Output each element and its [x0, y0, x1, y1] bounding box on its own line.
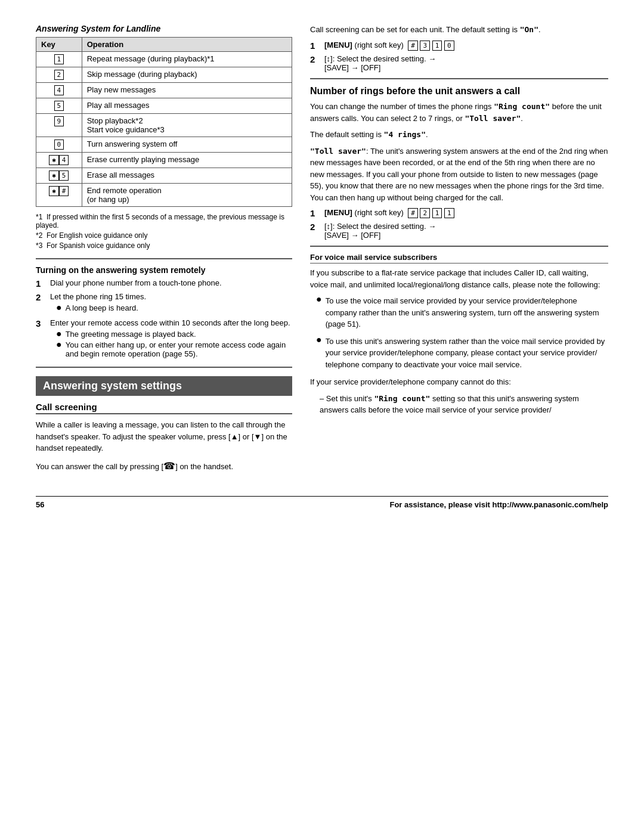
vm-bullet-1: To use the voice mail service provided b…	[326, 295, 608, 330]
cs-step-2-content: [↕]: Select the desired setting. → [SAVE…	[324, 54, 608, 72]
key-star-hash: ✱	[49, 186, 59, 196]
bullet-icon: ●	[56, 329, 62, 339]
key-1a: 1	[432, 41, 442, 51]
step-2-bullets: ● A long beep is heard.	[56, 303, 292, 312]
cs-step-num-2: 2	[310, 54, 320, 72]
rings-steps: 1 [MENU] (right soft key) # 2 1 1 2 [↕]:…	[310, 208, 608, 240]
key-1b: 1	[432, 208, 442, 218]
op-repeat-message: Repeat message (during playback)*1	[82, 52, 292, 67]
voice-mail-para: If you subscribe to a flat-rate service …	[310, 267, 608, 290]
list-item: 1 [MENU] (right soft key) # 2 1 1	[310, 208, 608, 218]
vm-bullet-2: To use this unit's answering system rath…	[326, 336, 608, 371]
step-num-1: 1	[36, 278, 45, 289]
table-row: ✱4 Erase currently playing message	[36, 153, 292, 168]
list-item: 3 Enter your remote access code within 1…	[36, 318, 292, 361]
key-1: 1	[54, 54, 64, 64]
key-0: 0	[444, 41, 454, 51]
page-number: 56	[36, 500, 44, 509]
rings-step-2-content: [↕]: Select the desired setting. → [SAVE…	[324, 222, 608, 240]
rings-para1: You can change the number of times the p…	[310, 101, 608, 124]
list-item: ● You can either hang up, or enter your …	[56, 340, 292, 358]
turning-on-steps: 1 Dial your phone number from a touch-to…	[36, 278, 292, 361]
call-screening-para2: You can answer the call by pressing [☎] …	[36, 459, 292, 473]
list-item: 2 [↕]: Select the desired setting. → [SA…	[310, 54, 608, 72]
table-row: ✱# End remote operation(or hang up)	[36, 184, 292, 207]
bullet-icon: ●	[316, 335, 322, 374]
key-1c: 1	[444, 208, 454, 218]
bullet-text: You can either hang up, or enter your re…	[66, 340, 292, 358]
vm-dash-note: – Set this unit's "Ring count" setting s…	[320, 393, 608, 416]
key-4: 4	[54, 85, 64, 95]
rings-step-1-content: [MENU] (right soft key) # 2 1 1	[324, 208, 608, 218]
turning-on-heading: Turning on the answering system remotely	[36, 265, 292, 275]
key-5: 5	[54, 101, 64, 111]
key-0: 0	[54, 140, 64, 150]
list-item: 1 [MENU] (right soft key) # 3 1 0	[310, 41, 608, 51]
op-stop-playback: Stop playback*2Start voice guidance*3	[82, 114, 292, 137]
op-erase-all: Erase all messages	[82, 168, 292, 184]
table-row: 2 Skip message (during playback)	[36, 67, 292, 83]
bullet-text: A long beep is heard.	[66, 303, 138, 312]
bullet-icon: ●	[56, 303, 62, 312]
list-item: 1 Dial your phone number from a touch-to…	[36, 278, 292, 289]
step-3-text: Enter your remote access code within 10 …	[50, 318, 292, 361]
footnotes: *1 If pressed within the first 5 seconds…	[36, 213, 292, 250]
key-hash: #	[59, 186, 69, 196]
number-of-rings-heading: Number of rings before the unit answers …	[310, 85, 608, 98]
list-item: 2 Let the phone ring 15 times. ● A long …	[36, 292, 292, 315]
op-end-remote: End remote operation(or hang up)	[82, 184, 292, 207]
list-item: ● A long beep is heard.	[56, 303, 292, 312]
table-row: 1 Repeat message (during playback)*1	[36, 52, 292, 67]
left-column: Answering System for Landline Key Operat…	[36, 24, 292, 478]
right-column: Call screening can be set for each unit.…	[310, 24, 608, 478]
table-section-title: Answering System for Landline	[36, 24, 292, 33]
key-star4: ✱	[49, 155, 59, 165]
voice-mail-heading: For voice mail service subscribers	[310, 253, 608, 264]
cs-step-1-content: [MENU] (right soft key) # 3 1 0	[324, 41, 608, 51]
footnote-2: *2 For English voice guidance only	[36, 231, 292, 240]
list-item: ● To use this unit's answering system ra…	[316, 336, 608, 374]
table-row: 0 Turn answering system off	[36, 137, 292, 153]
separator-right-1	[310, 78, 608, 79]
table-row: 9 Stop playback*2Start voice guidance*3	[36, 114, 292, 137]
separator-2	[36, 367, 292, 368]
footnote-3: *3 For Spanish voice guidance only	[36, 241, 292, 250]
call-screening-right-para: Call screening can be set for each unit.…	[310, 24, 608, 36]
footer-text: For assistance, please visit http://www.…	[389, 500, 608, 509]
key-star5: ✱	[49, 170, 59, 181]
call-screening-steps: 1 [MENU] (right soft key) # 3 1 0 2 [↕]:…	[310, 41, 608, 72]
key-operation-table: Key Operation 1 Repeat message (during p…	[36, 37, 292, 207]
step-3-bullets: ● The greeting message is played back. ●…	[56, 330, 292, 358]
step-num-3: 3	[36, 318, 45, 361]
table-row: 5 Play all messages	[36, 98, 292, 114]
bullet-icon: ●	[316, 294, 322, 334]
key-4b: 4	[59, 155, 69, 165]
list-item: 2 [↕]: Select the desired setting. → [SA…	[310, 222, 608, 240]
list-item: ● To use the voice mail service provided…	[316, 295, 608, 334]
cs-step-num-1: 1	[310, 41, 320, 51]
answering-system-settings-heading: Answering system settings	[36, 376, 292, 396]
rings-step-num-1: 1	[310, 208, 320, 218]
key-2: 2	[54, 70, 64, 80]
bullet-icon: ●	[56, 340, 62, 358]
step-1-text: Dial your phone number from a touch-tone…	[50, 278, 292, 289]
page-footer: 56 For assistance, please visit http://w…	[36, 496, 608, 509]
step-2-text: Let the phone ring 15 times. ● A long be…	[50, 292, 292, 315]
key-hash: #	[408, 41, 418, 51]
col-header-operation: Operation	[82, 38, 292, 52]
bullet-text: The greeting message is played back.	[66, 330, 196, 339]
call-screening-para1: While a caller is leaving a message, you…	[36, 419, 292, 454]
toll-saver-para: "Toll saver": The unit's answering syste…	[310, 145, 608, 204]
call-screening-heading: Call screening	[36, 402, 292, 414]
table-row: 4 Play new messages	[36, 83, 292, 98]
op-turn-off: Turn answering system off	[82, 137, 292, 153]
key-9: 9	[54, 116, 64, 126]
rings-para2: The default setting is "4 rings".	[310, 129, 608, 141]
op-erase-playing: Erase currently playing message	[82, 153, 292, 168]
key-hash-2: #	[408, 208, 418, 218]
separator-right-2	[310, 246, 608, 247]
key-3: 3	[420, 41, 430, 51]
vm-note: If your service provider/telephone compa…	[310, 376, 608, 388]
op-skip-message: Skip message (during playback)	[82, 67, 292, 83]
rings-step-num-2: 2	[310, 222, 320, 240]
